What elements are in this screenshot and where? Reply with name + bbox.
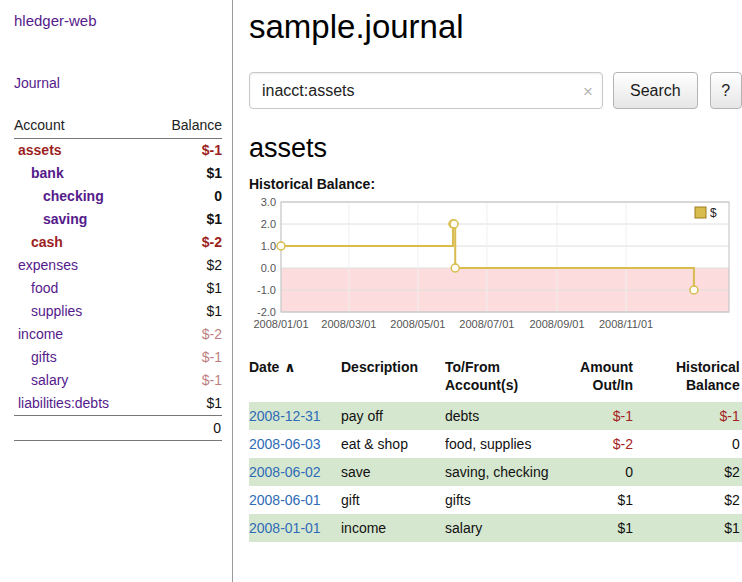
help-button[interactable]: ?: [710, 72, 742, 109]
register-date-cell: 2008-06-03: [249, 430, 341, 458]
svg-text:2.0: 2.0: [261, 218, 276, 230]
account-balance: $1: [206, 300, 222, 323]
account-row: supplies$1: [14, 300, 222, 323]
register-date-link[interactable]: 2008-06-02: [249, 464, 321, 480]
page-title: sample.journal: [249, 8, 742, 46]
account-row: expenses$2: [14, 254, 222, 277]
account-row: liabilities:debts$1: [14, 392, 222, 415]
svg-text:3.0: 3.0: [261, 198, 276, 208]
register-date-cell: 2008-12-31: [249, 402, 341, 430]
register-header-row: Date∧ Description To/From Account(s) Amo…: [249, 358, 742, 402]
register-amount-cell: $-1: [567, 402, 643, 430]
account-row: income$-2: [14, 323, 222, 346]
account-link[interactable]: checking: [14, 185, 104, 208]
col-description[interactable]: Description: [341, 358, 445, 402]
accounts-list: assets$-1bank$1checking0saving$1cash$-2e…: [14, 139, 222, 415]
svg-text:0.0: 0.0: [261, 262, 276, 274]
accounts-header-balance: Balance: [171, 117, 222, 133]
account-link[interactable]: assets: [14, 139, 62, 162]
clear-search-icon[interactable]: ×: [583, 82, 593, 99]
chart-title: Historical Balance:: [249, 176, 742, 192]
svg-text:$: $: [710, 206, 717, 220]
register-balance-cell: $2: [643, 458, 742, 486]
account-link[interactable]: food: [14, 277, 58, 300]
svg-text:2008/09/01: 2008/09/01: [530, 318, 585, 330]
col-balance[interactable]: Historical Balance: [643, 358, 742, 402]
account-balance: $-1: [202, 369, 222, 392]
col-date[interactable]: Date∧: [249, 358, 341, 402]
account-link[interactable]: expenses: [14, 254, 78, 277]
accounts-total: 0: [14, 415, 222, 441]
register-date-cell: 2008-01-01: [249, 514, 341, 542]
sort-asc-icon: ∧: [284, 359, 295, 375]
col-date-label: Date: [249, 359, 279, 375]
account-balance: $1: [206, 277, 222, 300]
register-amount-cell: $-2: [567, 430, 643, 458]
svg-text:2008/11/01: 2008/11/01: [599, 318, 653, 330]
account-link[interactable]: liabilities:debts: [14, 392, 109, 415]
register-row: 2008-01-01incomesalary$1$1: [249, 514, 742, 542]
register-table: Date∧ Description To/From Account(s) Amo…: [249, 358, 742, 542]
svg-text:-2.0: -2.0: [257, 306, 276, 318]
register-row: 2008-12-31pay offdebts$-1$-1: [249, 402, 742, 430]
register-description-cell: save: [341, 458, 445, 486]
account-link[interactable]: gifts: [14, 346, 57, 369]
account-link[interactable]: supplies: [14, 300, 82, 323]
app: hledger-web Journal Account Balance asse…: [0, 0, 742, 582]
register-date-cell: 2008-06-01: [249, 486, 341, 514]
register-accounts-cell: saving, checking: [445, 458, 567, 486]
register-date-link[interactable]: 2008-01-01: [249, 520, 321, 536]
col-accounts[interactable]: To/From Account(s): [445, 358, 567, 402]
register-date-cell: 2008-06-02: [249, 458, 341, 486]
register-balance-cell: $1: [643, 514, 742, 542]
account-balance: $2: [206, 254, 222, 277]
svg-text:2008/07/01: 2008/07/01: [459, 318, 514, 330]
register-amount-cell: $1: [567, 514, 643, 542]
register-body: 2008-12-31pay offdebts$-1$-12008-06-03ea…: [249, 402, 742, 542]
register-date-link[interactable]: 2008-12-31: [249, 408, 321, 424]
search-input[interactable]: [249, 72, 603, 109]
register-date-link[interactable]: 2008-06-03: [249, 436, 321, 452]
register-amount-cell: 0: [567, 458, 643, 486]
svg-text:2008/03/01: 2008/03/01: [321, 318, 376, 330]
app-title-link[interactable]: hledger-web: [14, 12, 222, 29]
search-box: ×: [249, 72, 603, 109]
register-accounts-cell: salary: [445, 514, 567, 542]
register-balance-cell: $2: [643, 486, 742, 514]
register-description-cell: pay off: [341, 402, 445, 430]
accounts-header: Account Balance: [14, 117, 222, 139]
account-balance: $1: [206, 392, 222, 415]
account-link[interactable]: income: [14, 323, 63, 346]
svg-text:2008/01/01: 2008/01/01: [253, 318, 308, 330]
account-row: salary$-1: [14, 369, 222, 392]
nav-journal-link[interactable]: Journal: [14, 75, 222, 91]
register-accounts-cell: debts: [445, 402, 567, 430]
account-balance: $-2: [202, 323, 222, 346]
account-balance: $-2: [202, 231, 222, 254]
account-row: food$1: [14, 277, 222, 300]
accounts-header-account: Account: [14, 117, 65, 133]
register-balance-cell: 0: [643, 430, 742, 458]
account-row: assets$-1: [14, 139, 222, 162]
main-content: sample.journal × Search ? assets Histori…: [233, 0, 742, 582]
account-link[interactable]: cash: [14, 231, 63, 254]
account-row: bank$1: [14, 162, 222, 185]
search-button[interactable]: Search: [613, 72, 698, 109]
register-description-cell: income: [341, 514, 445, 542]
account-link[interactable]: salary: [14, 369, 68, 392]
col-amount[interactable]: Amount Out/In: [567, 358, 643, 402]
account-link[interactable]: bank: [14, 162, 64, 185]
svg-text:1.0: 1.0: [261, 240, 276, 252]
search-row: × Search ?: [249, 72, 742, 109]
account-balance: $-1: [202, 346, 222, 369]
balance-chart: 3.02.01.00.0-1.0-2.02008/01/012008/03/01…: [249, 198, 735, 338]
svg-text:2008/05/01: 2008/05/01: [390, 318, 445, 330]
account-row: checking0: [14, 185, 222, 208]
register-row: 2008-06-02savesaving, checking0$2: [249, 458, 742, 486]
account-row: gifts$-1: [14, 346, 222, 369]
register-accounts-cell: gifts: [445, 486, 567, 514]
account-link[interactable]: saving: [14, 208, 87, 231]
register-date-link[interactable]: 2008-06-01: [249, 492, 321, 508]
register-amount-cell: $1: [567, 486, 643, 514]
register-description-cell: gift: [341, 486, 445, 514]
